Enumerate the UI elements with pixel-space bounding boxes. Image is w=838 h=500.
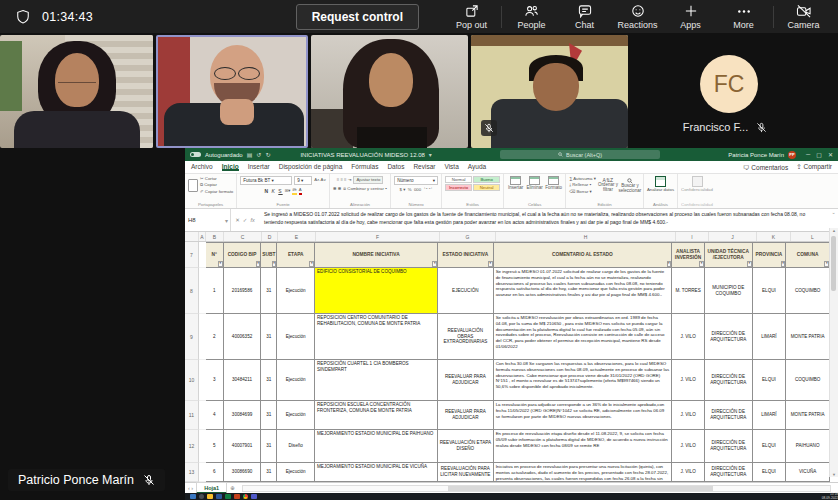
cell-subt[interactable]: 31 xyxy=(261,430,277,463)
filter-dropdown-icon[interactable]: ▾ xyxy=(781,261,786,267)
video-tile-participant-3[interactable] xyxy=(311,35,468,148)
cell-nombre[interactable]: MEJORAMIENTO ESTADIO MUNICIPAL DE VICUÑA xyxy=(315,463,438,482)
cell-n[interactable]: 2 xyxy=(206,314,224,360)
insert-cells-button[interactable]: Insertar xyxy=(507,176,524,190)
cell-subt[interactable]: 31 xyxy=(261,463,277,482)
column-header-K[interactable]: K xyxy=(757,232,791,241)
cell-bip[interactable]: 40007901 xyxy=(224,430,262,463)
row-header[interactable]: 7 xyxy=(185,242,199,268)
autosum-button[interactable]: ∑ Autosuma ▾ xyxy=(569,176,596,181)
cell-estado[interactable]: REEVALUACIÓN PARA LICITAR NUEVAMENTE xyxy=(438,463,494,482)
cell-nombre[interactable]: EDIFICIO CONSISTORIAL DE COQUIMBO xyxy=(315,268,438,314)
cell-comuna[interactable]: MONTE PATRIA xyxy=(786,401,830,430)
cell-etapa[interactable]: Ejecución xyxy=(277,314,315,360)
column-header-F[interactable]: F xyxy=(316,232,440,241)
cell-bip[interactable]: 30086690 xyxy=(224,463,262,482)
clear-button[interactable]: ⌫ Borrar ▾ xyxy=(569,189,592,194)
cell-n[interactable]: 5 xyxy=(206,430,224,463)
filter-dropdown-icon[interactable]: ▾ xyxy=(309,261,314,267)
table-header-cell[interactable]: PROVINCIA▾ xyxy=(753,242,787,268)
cell-estado[interactable]: EJECUCIÓN xyxy=(438,268,494,314)
column-header-I[interactable]: I xyxy=(676,232,709,241)
cell-unidad[interactable]: DIRECCIÓN DE ARQUITECTURA xyxy=(705,401,753,430)
comments-button[interactable]: 🗨 Comentarios xyxy=(743,164,788,171)
select-all-corner[interactable] xyxy=(185,232,199,241)
more-button[interactable]: More xyxy=(717,3,770,30)
file-explorer-icon[interactable] xyxy=(207,494,213,499)
filter-dropdown-icon[interactable]: ▾ xyxy=(218,261,223,267)
save-icon[interactable]: ▤ xyxy=(247,151,253,158)
font-name-select[interactable]: Futura Bk BT ▾ xyxy=(240,176,292,185)
filter-dropdown-icon[interactable]: ▾ xyxy=(699,261,704,267)
cell-unidad[interactable]: DIRECCIÓN DE ARQUITECTURA xyxy=(705,430,753,463)
align-buttons[interactable]: ≡ ≡ ≡ ⇥ xyxy=(337,177,352,183)
vertical-scrollbar[interactable]: ▲ ▼ xyxy=(829,228,838,477)
row-header[interactable]: 11 xyxy=(185,401,199,430)
cell-nombre[interactable]: REPOSICION ESCUELA CONCENTRACIÓN FRONTER… xyxy=(315,401,438,430)
empty-cell[interactable] xyxy=(199,242,206,268)
cell-bip[interactable]: 20169586 xyxy=(224,268,262,314)
number-format-select[interactable]: Número▾ xyxy=(394,176,438,185)
empty-cell[interactable] xyxy=(199,430,206,463)
cell-bip[interactable]: 40006352 xyxy=(224,314,262,360)
row-header[interactable]: 13 xyxy=(185,463,199,482)
row-header[interactable]: 9 xyxy=(185,314,199,360)
camera-toggle-button[interactable]: Camera xyxy=(777,3,830,30)
share-button[interactable]: ⇪ Compartir xyxy=(796,163,832,171)
cell-analista[interactable]: J. VILO xyxy=(672,463,705,482)
table-header-cell[interactable]: NOMBRE INICIATIVA▾ xyxy=(315,242,438,268)
cell-analista[interactable]: J. VILO xyxy=(672,430,705,463)
autosave-toggle[interactable] xyxy=(190,152,201,157)
cell-style-neutral[interactable]: Neutral xyxy=(473,184,500,191)
cell-provincia[interactable]: ELQUI xyxy=(753,268,787,314)
analyze-data-icon[interactable] xyxy=(655,176,666,187)
filter-dropdown-icon[interactable]: ▾ xyxy=(272,261,277,267)
analyze-data-button[interactable]: Analizar datos xyxy=(647,187,674,193)
ribbon-tab-disposición-de-página[interactable]: Disposición de página xyxy=(279,163,343,171)
start-button-icon[interactable] xyxy=(190,494,196,499)
cell-n[interactable]: 3 xyxy=(206,360,224,401)
ribbon-tab-datos[interactable]: Datos xyxy=(387,163,404,171)
column-header-J[interactable]: J xyxy=(709,232,757,241)
copy-button[interactable]: ⧉ Copiar xyxy=(200,182,217,187)
column-header-E[interactable]: E xyxy=(278,232,316,241)
empty-cell[interactable] xyxy=(199,401,206,430)
table-header-cell[interactable]: COMUNA▾ xyxy=(786,242,830,268)
cell-bip[interactable]: 30084699 xyxy=(224,401,262,430)
fill-color-button[interactable]: 🗁 xyxy=(292,187,296,195)
delete-cells-button[interactable]: Eliminar xyxy=(526,176,543,190)
row-header[interactable]: 10 xyxy=(185,360,199,401)
chrome-icon[interactable] xyxy=(243,494,248,499)
font-size-select[interactable]: 9 ▾ xyxy=(294,176,312,185)
taskbar-clock[interactable]: 15:1808-09-2022 xyxy=(822,493,838,500)
format-cells-button[interactable]: Formato xyxy=(545,176,562,190)
wrap-text-button[interactable]: Ajustar texto xyxy=(353,176,383,184)
row-header[interactable]: 12 xyxy=(185,430,199,463)
borders-button[interactable]: ⊞▾ xyxy=(285,188,291,194)
empty-cell[interactable] xyxy=(199,314,206,360)
cell-n[interactable]: 1 xyxy=(206,268,224,314)
ribbon-tab-ayuda[interactable]: Ayuda xyxy=(468,163,486,171)
ribbon-tab-fórmulas[interactable]: Fórmulas xyxy=(351,163,378,171)
empty-cell[interactable] xyxy=(199,463,206,482)
cell-comentario[interactable]: En proceso de reevaluación etapa diseño … xyxy=(494,430,673,463)
bold-italic-underline-buttons[interactable]: N K S xyxy=(265,188,283,194)
spreadsheet-grid[interactable]: 7N°▾CODIGO BIP▾SUBT▾ETAPA▾NOMBRE INICIAT… xyxy=(185,242,830,482)
cut-button[interactable]: ✂ Cortar xyxy=(200,176,217,181)
column-header-B[interactable]: B xyxy=(206,232,224,241)
cell-n[interactable]: 4 xyxy=(206,401,224,430)
request-control-button[interactable]: Request control xyxy=(296,4,419,30)
ribbon-tab-inicio[interactable]: Inicio xyxy=(222,163,239,171)
column-header-D[interactable]: D xyxy=(262,232,278,241)
column-header-A[interactable]: A xyxy=(199,232,206,241)
filter-dropdown-icon[interactable]: ▾ xyxy=(667,261,672,267)
cell-unidad[interactable]: DIRECCIÓN DE ARQUITECTURA xyxy=(705,463,753,482)
cell-estado[interactable]: REEVALUACIÓN OBRAS EXTRAORDINARIAS xyxy=(438,314,494,360)
format-painter-button[interactable]: ✐ Copiar formato xyxy=(200,189,233,194)
table-header-cell[interactable]: N°▾ xyxy=(206,242,224,268)
cell-n[interactable]: 6 xyxy=(206,463,224,482)
horizontal-scrollbar[interactable] xyxy=(242,485,831,492)
cell-comentario[interactable]: La reevaluación para adjudicar correspon… xyxy=(494,401,673,430)
cell-unidad[interactable]: DIRECCIÓN DE ARQUITECTURA xyxy=(705,360,753,401)
table-header-cell[interactable]: COMENTARIO AL ESTADO▾ xyxy=(494,242,673,268)
